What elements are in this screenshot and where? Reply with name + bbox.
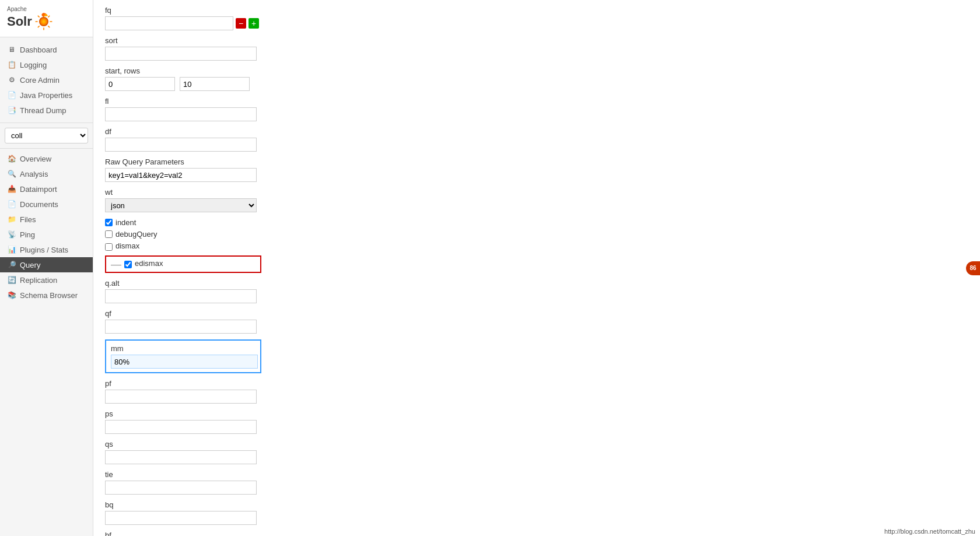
- edismax-checkbox[interactable]: [124, 261, 132, 268]
- indent-group: indent: [105, 218, 968, 227]
- debug-query-group: debugQuery: [105, 230, 968, 239]
- qs-group: qs: [105, 440, 968, 464]
- nav-core-admin[interactable]: ⚙ Core Admin: [0, 72, 93, 87]
- bf-label: bf: [105, 531, 968, 536]
- nav-dataimport[interactable]: 📥 Dataimport: [0, 181, 93, 197]
- pf-label: pf: [105, 379, 968, 388]
- svg-line-5: [38, 26, 40, 27]
- fl-group: fl: [105, 97, 968, 121]
- start-input[interactable]: [105, 77, 175, 91]
- logo-apache: Apache: [7, 6, 27, 12]
- nav-query[interactable]: 🔎 Query: [0, 257, 93, 272]
- edismax-dash: —: [111, 259, 121, 269]
- pf-input[interactable]: [105, 390, 257, 404]
- dataimport-icon: 📥: [7, 184, 16, 194]
- mm-group: mm: [105, 339, 261, 373]
- edismax-label: edismax: [135, 259, 163, 268]
- replication-icon: 🔄: [7, 275, 16, 285]
- df-input[interactable]: [105, 138, 257, 152]
- wt-select[interactable]: json xml python ruby php csv: [105, 198, 257, 212]
- svg-line-3: [48, 26, 50, 27]
- mm-input[interactable]: [111, 355, 258, 369]
- thread-dump-icon: 📑: [7, 106, 16, 115]
- sort-label: sort: [105, 36, 968, 45]
- svg-line-7: [38, 16, 40, 17]
- dismax-row: dismax: [105, 241, 968, 252]
- start-rows-label: start, rows: [105, 66, 968, 75]
- schema-browser-icon: 📚: [7, 290, 16, 300]
- tie-input[interactable]: [105, 481, 257, 495]
- raw-query-label: Raw Query Parameters: [105, 157, 968, 166]
- q-alt-input[interactable]: [105, 289, 257, 303]
- logo-solr-text: Solr: [7, 14, 32, 29]
- nav-java-properties[interactable]: 📄 Java Properties: [0, 87, 93, 103]
- qf-label: qf: [105, 309, 968, 318]
- wt-group: wt json xml python ruby php csv: [105, 188, 968, 212]
- nav-dashboard[interactable]: 🖥 Dashboard: [0, 42, 93, 57]
- nav-overview[interactable]: 🏠 Overview: [0, 151, 93, 166]
- nav-replication[interactable]: 🔄 Replication: [0, 272, 93, 288]
- bq-label: bq: [105, 500, 968, 509]
- nav-files[interactable]: 📁 Files: [0, 212, 93, 227]
- nav-documents[interactable]: 📄 Documents: [0, 197, 93, 212]
- fq-add-button[interactable]: +: [249, 18, 259, 29]
- solr-sun-icon: [34, 12, 53, 31]
- svg-point-8: [39, 17, 48, 26]
- raw-query-group: Raw Query Parameters: [105, 157, 968, 182]
- analysis-icon: 🔍: [7, 169, 16, 178]
- bq-group: bq: [105, 500, 968, 525]
- dashboard-icon: 🖥: [7, 45, 16, 54]
- dismax-checkbox[interactable]: [105, 243, 113, 251]
- logging-icon: 📋: [7, 60, 16, 69]
- core-nav: 🏠 Overview 🔍 Analysis 📥 Dataimport 📄 Doc…: [0, 149, 93, 305]
- overview-icon: 🏠: [7, 154, 16, 163]
- tie-label: tie: [105, 470, 968, 479]
- bq-input[interactable]: [105, 511, 257, 525]
- query-icon: 🔎: [7, 260, 16, 269]
- nav-logging[interactable]: 📋 Logging: [0, 57, 93, 72]
- bf-group: bf: [105, 531, 968, 536]
- fq-label: fq: [105, 6, 968, 15]
- sort-input[interactable]: [105, 47, 257, 61]
- df-label: df: [105, 127, 968, 136]
- ps-label: ps: [105, 409, 968, 418]
- debug-query-label: debugQuery: [116, 230, 158, 239]
- qs-input[interactable]: [105, 450, 257, 464]
- q-alt-group: q.alt: [105, 279, 968, 303]
- nav-schema-browser[interactable]: 📚 Schema Browser: [0, 288, 93, 303]
- edismax-box: — edismax: [105, 255, 261, 273]
- qf-input[interactable]: [105, 320, 257, 334]
- files-icon: 📁: [7, 215, 16, 224]
- indent-checkbox[interactable]: [105, 219, 113, 226]
- nav-analysis[interactable]: 🔍 Analysis: [0, 166, 93, 181]
- qs-label: qs: [105, 440, 968, 449]
- nav-ping[interactable]: 📡 Ping: [0, 227, 93, 242]
- fq-row: − +: [105, 16, 968, 30]
- q-alt-label: q.alt: [105, 279, 968, 288]
- start-rows-group: start, rows: [105, 66, 968, 91]
- fl-label: fl: [105, 97, 968, 106]
- rows-input[interactable]: [180, 77, 250, 91]
- edge-badge: 86: [966, 261, 980, 275]
- global-nav: 🖥 Dashboard 📋 Logging ⚙ Core Admin 📄 Jav…: [0, 37, 93, 123]
- df-group: df: [105, 127, 968, 152]
- nav-plugins-stats[interactable]: 📊 Plugins / Stats: [0, 242, 93, 257]
- core-selector: coll: [0, 123, 93, 149]
- sidebar: Apache Solr: [0, 0, 93, 536]
- fq-group: fq − +: [105, 6, 968, 30]
- debug-query-checkbox[interactable]: [105, 230, 113, 238]
- ps-group: ps: [105, 409, 968, 434]
- core-select[interactable]: coll: [5, 128, 88, 143]
- raw-query-input[interactable]: [105, 168, 257, 182]
- fq-input[interactable]: [105, 16, 233, 30]
- sort-group: sort: [105, 36, 968, 61]
- fl-input[interactable]: [105, 107, 257, 121]
- dismax-group: dismax — edismax: [105, 241, 968, 273]
- java-properties-icon: 📄: [7, 90, 16, 100]
- status-url: http://blog.csdn.net/tomcatt_zhu: [884, 528, 975, 535]
- ps-input[interactable]: [105, 420, 257, 434]
- nav-thread-dump[interactable]: 📑 Thread Dump: [0, 103, 93, 118]
- svg-line-1: [48, 16, 50, 17]
- fq-remove-button[interactable]: −: [236, 18, 246, 29]
- main-content: fq − + sort start, rows fl df Raw Query …: [93, 0, 980, 536]
